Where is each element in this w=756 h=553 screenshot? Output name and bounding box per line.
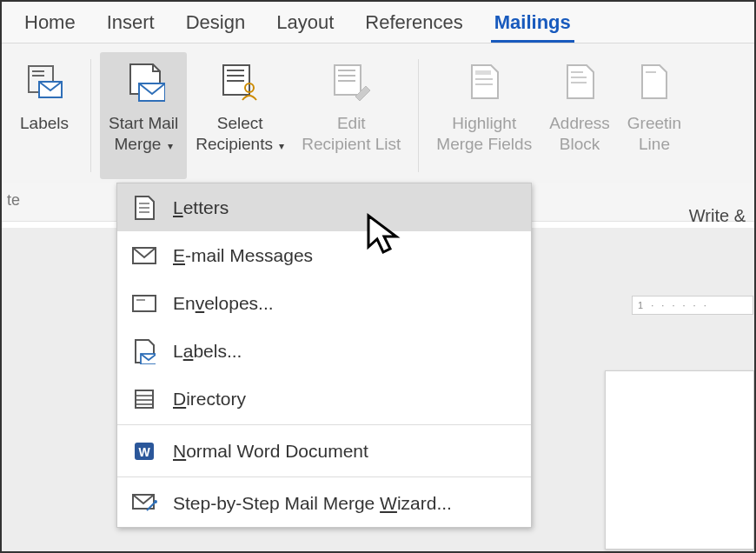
mail-merge-wizard-icon bbox=[129, 493, 159, 514]
tab-mailings[interactable]: Mailings bbox=[479, 4, 587, 43]
greeting-line-button[interactable]: Greetin Line bbox=[619, 52, 681, 179]
group-separator bbox=[90, 59, 91, 172]
highlight-merge-fields-label-2: Merge Fields bbox=[436, 134, 532, 155]
svg-rect-35 bbox=[136, 390, 153, 408]
labels-small-icon bbox=[129, 338, 159, 364]
start-mail-merge-icon bbox=[122, 57, 165, 108]
svg-rect-16 bbox=[475, 70, 491, 75]
greeting-line-label-1: Greetin bbox=[627, 113, 681, 134]
tab-layout[interactable]: Layout bbox=[261, 4, 349, 43]
start-mail-merge-label-2: Merge bbox=[115, 135, 162, 153]
email-icon bbox=[129, 246, 159, 265]
group-label-write-insert: Write & bbox=[689, 206, 746, 226]
select-recipients-icon bbox=[218, 57, 262, 108]
greeting-line-label-2: Line bbox=[639, 134, 670, 155]
directory-icon bbox=[129, 388, 159, 410]
menu-item-normal-word-document[interactable]: W Normal Word Document bbox=[117, 427, 531, 475]
select-recipients-button[interactable]: Select Recipients ▾ bbox=[187, 52, 293, 179]
address-block-label-1: Address bbox=[549, 113, 610, 134]
highlight-merge-fields-label-1: Highlight bbox=[452, 113, 516, 134]
highlight-merge-fields-icon bbox=[465, 57, 503, 108]
tab-design[interactable]: Design bbox=[170, 4, 261, 43]
greeting-line-icon bbox=[637, 57, 672, 108]
menu-item-directory[interactable]: Directory bbox=[117, 375, 531, 423]
edit-recipient-list-icon bbox=[329, 57, 373, 108]
envelopes-icon bbox=[129, 294, 159, 313]
select-recipients-label-1: Select bbox=[217, 113, 263, 134]
address-block-icon bbox=[560, 57, 599, 108]
menu-separator bbox=[117, 424, 531, 425]
select-recipients-label-2: Recipients bbox=[196, 135, 273, 153]
labels-button-label: Labels bbox=[20, 113, 69, 134]
start-mail-merge-button[interactable]: Start Mail Merge ▾ bbox=[100, 52, 187, 179]
letters-icon bbox=[129, 195, 159, 221]
menu-item-step-by-step-wizard[interactable]: Step-by-Step Mail Merge Wizard... bbox=[117, 479, 531, 527]
chevron-down-icon: ▾ bbox=[279, 140, 284, 152]
document-page[interactable] bbox=[605, 370, 754, 550]
edit-recipient-list-label-2: Recipient List bbox=[302, 134, 401, 155]
menu-separator bbox=[117, 476, 531, 477]
ribbon-tabs: Home Insert Design Layout References Mai… bbox=[2, 2, 754, 43]
tab-references[interactable]: References bbox=[349, 4, 479, 43]
labels-icon bbox=[23, 57, 65, 108]
svg-text:W: W bbox=[138, 445, 150, 459]
group-separator bbox=[418, 59, 419, 172]
ribbon: Labels Start Mail Merge ▾ Select Recipie… bbox=[2, 43, 754, 183]
menu-item-labels[interactable]: Labels... bbox=[117, 327, 531, 375]
address-block-label-2: Block bbox=[560, 134, 600, 155]
tab-insert[interactable]: Insert bbox=[91, 4, 170, 43]
cutoff-group-label-left: te bbox=[7, 191, 20, 210]
edit-recipient-list-button[interactable]: Edit Recipient List bbox=[293, 52, 409, 179]
tab-home[interactable]: Home bbox=[9, 4, 91, 43]
svg-point-43 bbox=[154, 500, 157, 503]
menu-item-envelopes[interactable]: Envelopes... bbox=[117, 279, 531, 327]
horizontal-ruler[interactable]: 1 · · · · · · bbox=[632, 296, 753, 315]
menu-item-letters[interactable]: Letters bbox=[117, 183, 531, 231]
edit-recipient-list-label-1: Edit bbox=[337, 113, 366, 134]
start-mail-merge-menu: Letters E-mail Messages Envelopes... Lab… bbox=[116, 183, 532, 528]
svg-rect-31 bbox=[133, 296, 156, 311]
word-document-icon: W bbox=[129, 440, 159, 463]
start-mail-merge-label-1: Start Mail bbox=[109, 113, 178, 134]
address-block-button[interactable]: Address Block bbox=[540, 52, 619, 179]
menu-item-email-messages[interactable]: E-mail Messages bbox=[117, 231, 531, 279]
highlight-merge-fields-button[interactable]: Highlight Merge Fields bbox=[428, 52, 540, 179]
labels-button[interactable]: Labels bbox=[7, 52, 82, 179]
chevron-down-icon: ▾ bbox=[168, 140, 173, 152]
svg-marker-23 bbox=[642, 65, 666, 98]
svg-marker-15 bbox=[472, 65, 498, 98]
